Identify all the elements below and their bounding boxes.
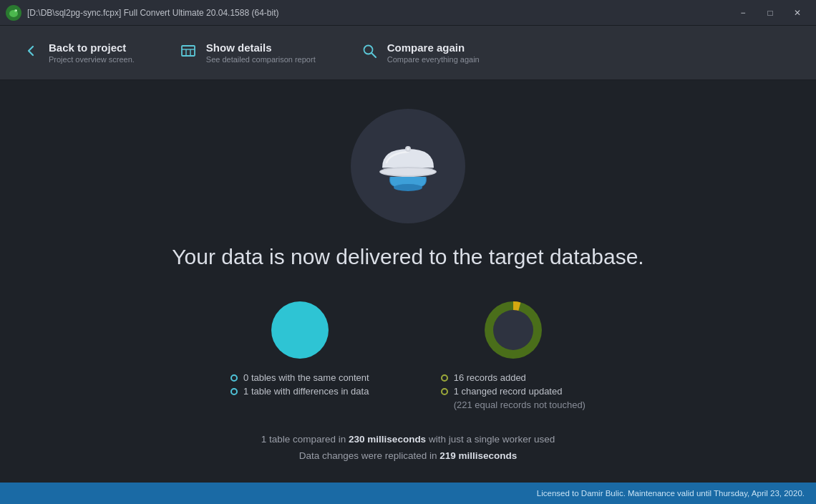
stat-text-3: 16 records added (454, 372, 526, 383)
svg-point-16 (271, 301, 329, 359)
dot-teal-1 (230, 374, 238, 382)
app-logo-icon (6, 5, 21, 21)
summary-pre-2: Data changes were replicated in (299, 450, 440, 461)
dot-teal-2 (230, 388, 238, 395)
svg-point-15 (394, 184, 422, 191)
window-controls[interactable]: − □ ✕ (730, 0, 810, 26)
dot-olive-1 (441, 374, 448, 382)
stat-text-1: 0 tables with the same content (243, 372, 369, 383)
back-to-project-text: Back to project Project overview screen. (49, 42, 135, 64)
show-details-text: Show details See detailed comparison rep… (206, 42, 316, 64)
maximize-button[interactable]: □ (757, 0, 783, 26)
close-button[interactable]: ✕ (785, 0, 810, 26)
search-icon (361, 43, 377, 62)
stat-lines-left: 0 tables with the same content 1 table w… (230, 372, 369, 397)
stat-line-1: 0 tables with the same content (230, 372, 369, 383)
svg-point-18 (493, 310, 533, 350)
show-details-label: Show details (206, 42, 316, 54)
compare-again-text: Compare again Compare everything again (387, 42, 480, 64)
show-details-sub: See detailed comparison report (206, 55, 316, 64)
summary-line-1: 1 table compared in 230 milliseconds wit… (261, 432, 555, 448)
summary-post-1: with just a single worker used (426, 434, 555, 445)
summary-pre-1: 1 table compared in (261, 434, 349, 445)
stat-line-4: 1 changed record updated (441, 386, 586, 397)
svg-line-9 (371, 53, 376, 57)
teal-circle-chart (268, 298, 332, 362)
stat-line-3: 16 records added (441, 372, 586, 383)
stat-line-2: 1 table with differences in data (230, 386, 369, 397)
show-details-button[interactable]: Show details See detailed comparison rep… (172, 36, 324, 69)
summary-text: 1 table compared in 230 milliseconds wit… (261, 432, 555, 465)
stat-indent-text: (221 equal records not touched) (454, 399, 586, 410)
toolbar: Back to project Project overview screen.… (0, 26, 816, 80)
summary-bold-1: 230 milliseconds (349, 434, 426, 445)
title-bar: [D:\DB\sql2pg-sync.fcpx] Full Convert Ul… (0, 0, 816, 26)
back-to-project-sub: Project overview screen. (49, 55, 135, 64)
status-bar-text: Licensed to Damir Bulic. Maintenance val… (537, 489, 805, 498)
status-bar: Licensed to Damir Bulic. Maintenance val… (0, 483, 816, 504)
compare-again-button[interactable]: Compare again Compare everything again (353, 36, 488, 69)
svg-rect-4 (182, 46, 195, 56)
back-to-project-button[interactable]: Back to project Project overview screen. (14, 36, 143, 69)
stats-row: 0 tables with the same content 1 table w… (230, 298, 586, 410)
window-title: [D:\DB\sql2pg-sync.fcpx] Full Convert Ul… (27, 8, 278, 18)
hero-icon-circle (351, 109, 465, 223)
stat-block-left: 0 tables with the same content 1 table w… (230, 298, 369, 410)
pie-chart (481, 298, 545, 362)
back-arrow-icon (23, 43, 39, 62)
delivery-icon (369, 123, 447, 209)
main-headline: Your data is now delivered to the target… (172, 245, 643, 269)
summary-bold-2: 219 milliseconds (439, 450, 517, 461)
summary-line-2: Data changes were replicated in 219 mill… (261, 448, 555, 465)
dot-olive-2 (441, 388, 448, 395)
table-icon (180, 43, 196, 62)
stat-text-2: 1 table with differences in data (243, 386, 369, 397)
compare-again-label: Compare again (387, 42, 480, 54)
svg-point-12 (407, 147, 409, 150)
compare-again-sub: Compare everything again (387, 55, 480, 64)
stat-text-4: 1 changed record updated (454, 386, 563, 397)
main-content: Your data is now delivered to the target… (0, 80, 816, 483)
stat-lines-right: 16 records added 1 changed record update… (441, 372, 586, 410)
svg-point-3 (16, 9, 17, 11)
stat-block-right: 16 records added 1 changed record update… (441, 298, 586, 410)
title-bar-left: [D:\DB\sql2pg-sync.fcpx] Full Convert Ul… (6, 5, 278, 21)
back-to-project-label: Back to project (49, 42, 135, 54)
minimize-button[interactable]: − (730, 0, 756, 26)
svg-point-14 (381, 168, 435, 175)
